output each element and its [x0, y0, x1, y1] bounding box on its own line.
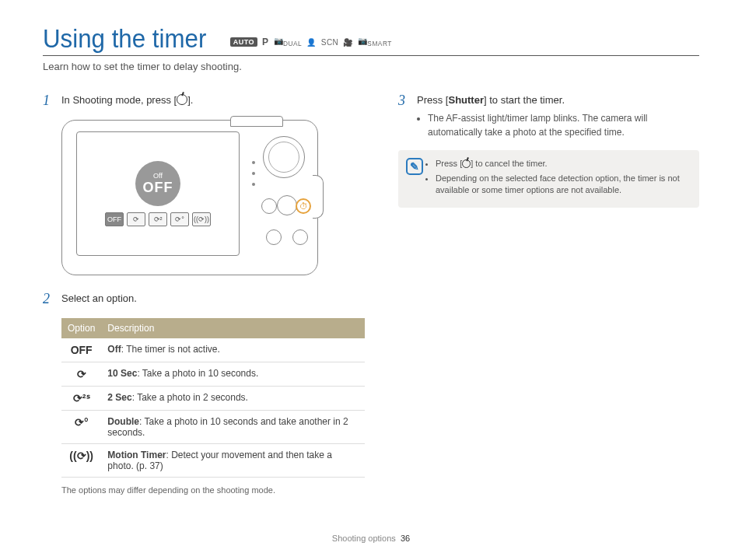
page-header: Using the timer AUTO P 📷DUAL 👤 SCN 🎥 📷SM… — [43, 23, 699, 56]
options-header-description: Description — [101, 318, 365, 338]
page-title: Using the timer — [43, 23, 206, 54]
mode-scn-badge: SCN — [321, 38, 339, 47]
table-row: ⟳²ˢ 2 Sec: Take a photo in 2 seconds. — [61, 387, 365, 411]
step-3-number: 3 — [398, 93, 409, 139]
camera-mode-dial — [263, 136, 305, 178]
step-2-number: 2 — [43, 291, 54, 307]
step-2-text: Select an option. — [61, 291, 344, 307]
options-header-option: Option — [61, 318, 101, 338]
footer-section: Shooting options — [332, 534, 396, 543]
step-3: 3 Press [Shutter] to start the timer. Th… — [398, 93, 699, 139]
note-bullet-1: Press [] to cancel the timer. — [436, 158, 690, 170]
page-subtitle: Learn how to set the timer to delay shoo… — [43, 61, 699, 72]
camera-illustration: Off OFF OFF ⟳ ⟳² ⟳° ((⟳)) — [61, 120, 318, 275]
step-1: 1 In Shooting mode, press []. — [43, 93, 344, 109]
lcd-option-10sec: ⟳ — [127, 212, 145, 226]
note-icon: ✎ — [406, 158, 423, 175]
table-row: ((⟳)) Motion Timer: Detect your movement… — [61, 444, 365, 478]
lcd-off-indicator: Off OFF — [135, 161, 180, 206]
camera-bottom-left-button — [266, 229, 282, 245]
mode-smart-badge: 📷SMART — [358, 37, 392, 47]
mode-video-icon: 🎥 — [343, 38, 353, 47]
table-row: OFF Off: The timer is not active. — [61, 338, 365, 362]
options-table-note: The options may differ depending on the … — [61, 485, 344, 495]
options-table: Option Description OFF Off: The timer is… — [61, 318, 365, 478]
camera-left-button — [261, 198, 277, 214]
step-1-text: In Shooting mode, press []. — [61, 93, 344, 109]
lcd-option-off: OFF — [105, 212, 124, 226]
note-box: ✎ Press [] to cancel the timer. Dependin… — [398, 150, 699, 208]
mode-portrait-icon: 👤 — [306, 38, 317, 47]
mode-badges: AUTO P 📷DUAL 👤 SCN 🎥 📷SMART — [230, 37, 392, 47]
page-footer: Shooting options 36 — [0, 534, 742, 543]
footer-page-number: 36 — [401, 534, 410, 543]
camera-bottom-right-button — [292, 229, 308, 245]
note-bullet-2: Depending on the selected face detection… — [436, 173, 690, 197]
timer-icon — [462, 159, 471, 168]
lcd-icon-row: OFF ⟳ ⟳² ⟳° ((⟳)) — [105, 212, 211, 226]
table-row: ⟳° Double: Take a photo in 10 seconds an… — [61, 411, 365, 444]
lcd-option-motion: ((⟳)) — [192, 212, 211, 226]
option-off-icon: OFF — [61, 338, 101, 362]
mode-auto-badge: AUTO — [230, 37, 257, 47]
mode-dual-badge: 📷DUAL — [274, 37, 303, 47]
camera-lcd: Off OFF OFF ⟳ ⟳² ⟳° ((⟳)) — [76, 131, 240, 256]
timer-icon — [177, 94, 187, 105]
step-2: 2 Select an option. — [43, 291, 344, 307]
step-3-bullet: The AF-assist light/timer lamp blinks. T… — [428, 111, 699, 139]
right-column: 3 Press [Shutter] to start the timer. Th… — [398, 93, 699, 495]
option-motion-icon: ((⟳)) — [61, 444, 101, 478]
step-1-number: 1 — [43, 93, 54, 109]
left-column: 1 In Shooting mode, press []. Off OFF OF… — [43, 93, 344, 495]
camera-nav-pad — [277, 195, 297, 215]
option-10sec-icon: ⟳ — [61, 362, 101, 387]
step-3-text: Press [Shutter] to start the timer. The … — [417, 93, 699, 139]
table-row: ⟳ 10 Sec: Take a photo in 10 seconds. — [61, 362, 365, 387]
option-double-icon: ⟳° — [61, 411, 101, 444]
lcd-option-2sec: ⟳² — [149, 212, 167, 226]
camera-timer-button-highlight — [296, 198, 311, 214]
option-2sec-icon: ⟳²ˢ — [61, 387, 101, 411]
mode-p-badge: P — [262, 37, 269, 47]
lcd-option-double: ⟳° — [170, 212, 189, 226]
